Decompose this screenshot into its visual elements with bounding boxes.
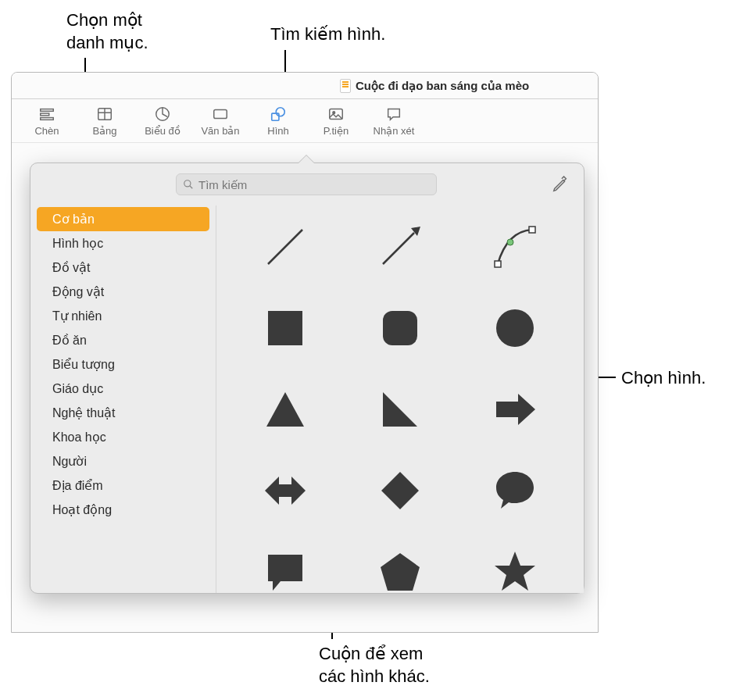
svg-rect-21 [383, 311, 417, 345]
callout-choose: Chọn hình. [621, 367, 706, 390]
sidebar-item[interactable]: Biểu tượng [37, 352, 209, 377]
sidebar-item[interactable]: Khoa học [37, 425, 209, 449]
sidebar-item[interactable]: Cơ bản [37, 207, 209, 231]
toolbar-comment-label: Nhận xét [374, 125, 415, 137]
toolbar-media-label: P.tiện [324, 125, 349, 137]
svg-marker-27 [381, 472, 419, 509]
toolbar-comment-button[interactable]: Nhận xét [366, 102, 421, 141]
search-field-wrap[interactable] [176, 173, 437, 195]
toolbar-insert-label: Chèn [34, 125, 59, 137]
svg-marker-26 [265, 477, 306, 505]
category-sidebar: Cơ bảnHình họcĐồ vậtĐộng vậtTự nhiênĐồ ă… [30, 205, 216, 593]
toolbar-table-label: Bảng [92, 125, 116, 137]
svg-point-12 [184, 180, 191, 187]
sidebar-item[interactable]: Hình học [37, 231, 209, 255]
svg-marker-24 [383, 392, 417, 427]
shapes-popover: Cơ bảnHình họcĐồ vậtĐộng vậtTự nhiênĐồ ă… [30, 162, 584, 594]
svg-marker-23 [266, 392, 304, 427]
shape-triangle[interactable] [235, 376, 334, 443]
sidebar-item[interactable]: Hoạt động [37, 498, 209, 522]
svg-point-8 [276, 107, 284, 116]
sidebar-item[interactable]: Địa điểm [37, 473, 209, 498]
shape-speech-bubble[interactable] [466, 457, 565, 524]
svg-rect-18 [529, 227, 535, 233]
search-input[interactable] [198, 178, 430, 191]
toolbar-media-button[interactable]: P.tiện [309, 102, 363, 141]
svg-marker-25 [496, 394, 535, 425]
shape-arrow-right[interactable] [466, 376, 565, 443]
sidebar-item[interactable]: Đồ ăn [37, 328, 209, 352]
sidebar-item[interactable]: Động vật [37, 280, 209, 304]
callout-category: Chọn một danh mục. [66, 9, 148, 54]
shape-arrow-line[interactable] [350, 213, 449, 280]
toolbar-shape-button[interactable]: Hình [251, 102, 306, 141]
svg-point-19 [507, 239, 513, 245]
search-icon [183, 179, 194, 190]
toolbar-chart-label: Biểu đồ [145, 125, 181, 137]
toolbar-text-button[interactable]: Văn bản [193, 102, 248, 141]
svg-rect-7 [214, 109, 227, 118]
svg-rect-17 [495, 261, 501, 267]
svg-marker-29 [495, 552, 535, 591]
shape-star[interactable] [466, 538, 565, 593]
svg-line-15 [383, 233, 414, 264]
toolbar-text-label: Văn bản [201, 125, 239, 137]
toolbar: Chèn Bảng Biểu đồ Văn bản Hình P.tiện Nh… [12, 99, 598, 143]
toolbar-shape-label: Hình [267, 125, 288, 137]
svg-point-22 [496, 309, 534, 347]
svg-rect-0 [41, 109, 54, 111]
toolbar-chart-button[interactable]: Biểu đồ [135, 102, 190, 141]
sidebar-item[interactable]: Tự nhiên [37, 304, 209, 328]
shape-circle[interactable] [466, 295, 565, 362]
shape-speech-rect[interactable] [235, 538, 334, 593]
popover-header [30, 163, 584, 205]
shape-double-arrow[interactable] [235, 457, 334, 524]
callout-scroll: Cuộn để xem các hình khác. [319, 643, 430, 688]
svg-marker-28 [381, 553, 420, 591]
document-title: Cuộc đi dạo ban sáng của mèo [356, 79, 529, 93]
shape-pentagon[interactable] [350, 538, 449, 593]
svg-rect-2 [41, 117, 54, 120]
sidebar-item[interactable]: Nghệ thuật [37, 401, 209, 425]
svg-line-14 [268, 230, 302, 264]
shape-diamond[interactable] [350, 457, 449, 524]
titlebar: Cuộc đi dạo ban sáng của mèo [12, 73, 598, 99]
shape-line[interactable] [235, 213, 334, 280]
toolbar-table-button[interactable]: Bảng [77, 102, 132, 141]
svg-rect-9 [272, 113, 279, 120]
shape-curve[interactable] [466, 213, 565, 280]
toolbar-insert-button[interactable]: Chèn [20, 102, 74, 141]
shapes-grid [235, 213, 565, 593]
svg-rect-1 [41, 113, 49, 116]
svg-line-13 [190, 186, 193, 189]
popover-body: Cơ bảnHình họcĐồ vậtĐộng vậtTự nhiênĐồ ă… [30, 205, 584, 593]
document-icon [340, 79, 351, 93]
document-title-wrap: Cuộc đi dạo ban sáng của mèo [340, 79, 529, 93]
shape-rounded-square[interactable] [350, 295, 449, 362]
svg-rect-20 [268, 311, 302, 345]
pen-tool-button[interactable] [549, 173, 571, 195]
sidebar-item[interactable]: Giáo dục [37, 377, 209, 401]
callout-search: Tìm kiếm hình. [270, 23, 385, 46]
sidebar-item[interactable]: Đồ vật [37, 255, 209, 280]
shape-right-triangle[interactable] [350, 376, 449, 443]
shape-square[interactable] [235, 295, 334, 362]
pen-icon [552, 176, 569, 193]
sidebar-item[interactable]: Người [37, 449, 209, 473]
shapes-pane[interactable] [216, 205, 584, 593]
